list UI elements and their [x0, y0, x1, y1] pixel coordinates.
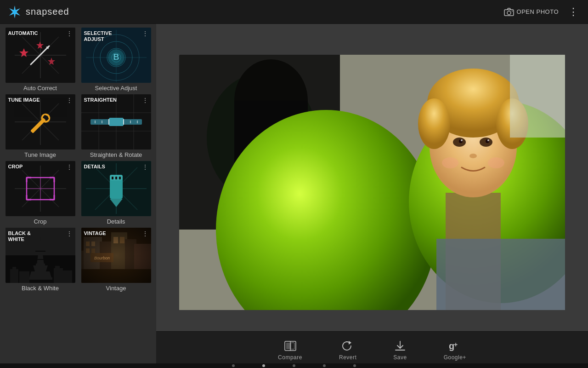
- svg-rect-98: [35, 251, 45, 252]
- svg-marker-96: [29, 271, 51, 277]
- header: snapseed OPEN PHOTO ⋮: [0, 0, 588, 24]
- svg-marker-1: [11, 7, 18, 17]
- app-name: snapseed: [26, 6, 69, 17]
- nav-dot-5[interactable]: [353, 364, 356, 367]
- svg-rect-147: [436, 239, 565, 310]
- crop-title: CROP: [8, 164, 23, 170]
- revert-icon: [341, 339, 354, 352]
- crop-name: Crop: [34, 218, 46, 225]
- tool-auto-correct-card: AUTOMATIC ⋮: [6, 28, 75, 83]
- tool-vintage-card: Bourbon VINTAGE ⋮: [81, 228, 151, 283]
- svg-rect-99: [34, 259, 46, 260]
- tool-vintage[interactable]: Bourbon VINTAGE ⋮ Vintage: [79, 228, 153, 292]
- tool-tune-image[interactable]: TUNE IMAGE ⋮ Tune Image: [4, 94, 77, 158]
- photo-container: [156, 24, 588, 331]
- snapseed-logo-icon: [7, 5, 22, 19]
- tool-crop-card: CROP ⋮: [6, 161, 75, 216]
- nav-dot-1[interactable]: [232, 364, 235, 367]
- tool-auto-correct[interactable]: AUTOMATIC ⋮ Auto Correct: [4, 28, 77, 92]
- revert-label: Revert: [339, 354, 356, 361]
- main-area: Compare Revert Save: [156, 24, 588, 368]
- bw-name: Black & White: [22, 285, 59, 292]
- logo-area: snapseed: [7, 5, 69, 19]
- svg-point-145: [442, 157, 458, 168]
- svg-rect-97: [28, 277, 52, 280]
- svg-rect-151: [291, 343, 294, 349]
- compare-button[interactable]: Compare: [278, 339, 302, 361]
- bottom-toolbar: Compare Revert Save: [156, 331, 588, 368]
- svg-point-4: [512, 11, 513, 12]
- nav-dot-2[interactable]: [262, 364, 265, 367]
- save-label: Save: [393, 354, 407, 361]
- svg-marker-153: [349, 341, 351, 345]
- more-options-icon[interactable]: ⋮: [566, 6, 581, 18]
- tool-selective-adjust-card: B SELECTIVE ADJUST ⋮: [81, 28, 151, 83]
- svg-text:+: +: [454, 341, 458, 348]
- svg-point-136: [418, 98, 450, 149]
- tool-bw-card: BLACK & WHITE ⋮: [6, 228, 75, 283]
- svg-rect-148: [510, 55, 565, 138]
- tool-crop[interactable]: CROP ⋮ Crop: [4, 161, 77, 225]
- tool-black-white[interactable]: BLACK & WHITE ⋮ Black & White: [4, 228, 77, 292]
- svg-rect-100: [10, 269, 18, 283]
- open-photo-button[interactable]: OPEN PHOTO: [504, 8, 559, 16]
- straighten-name: Straighten & Rotate: [90, 151, 142, 158]
- nav-dot-3[interactable]: [293, 364, 295, 367]
- svg-rect-90: [119, 177, 121, 179]
- tool-tune-image-card: TUNE IMAGE ⋮: [6, 94, 75, 150]
- tool-details-card: DETAILS ⋮: [81, 161, 151, 216]
- svg-point-142: [461, 139, 463, 141]
- googleplus-label: Google+: [444, 354, 466, 361]
- tool-selective-adjust[interactable]: B SELECTIVE ADJUST ⋮ Selective Adjust: [79, 28, 153, 92]
- compare-label: Compare: [278, 354, 302, 361]
- svg-rect-105: [55, 266, 60, 268]
- tool-details[interactable]: DETAILS ⋮ Details: [79, 161, 153, 225]
- googleplus-icon: g +: [448, 339, 461, 352]
- nav-dot-4[interactable]: [323, 364, 326, 367]
- revert-button[interactable]: Revert: [339, 339, 356, 361]
- svg-rect-104: [61, 270, 72, 283]
- svg-point-3: [507, 11, 511, 15]
- photo-frame: [179, 55, 565, 310]
- open-photo-label: OPEN PHOTO: [517, 8, 559, 15]
- bw-title: BLACK & WHITE: [8, 230, 31, 242]
- svg-rect-102: [19, 271, 29, 283]
- selective-adjust-title: SELECTIVE ADJUST: [84, 30, 112, 42]
- compare-icon: [284, 339, 297, 352]
- tool-straighten[interactable]: STRAIGHTEN ⋮ Straighten & Rotate: [79, 94, 153, 158]
- svg-point-143: [487, 139, 489, 141]
- svg-marker-95: [33, 265, 48, 271]
- save-button[interactable]: Save: [393, 339, 407, 361]
- svg-rect-49: [109, 118, 124, 126]
- svg-rect-88: [112, 177, 113, 179]
- svg-rect-94: [36, 264, 45, 265]
- header-right: OPEN PHOTO ⋮: [504, 6, 581, 18]
- camera-icon: [504, 8, 514, 16]
- tune-image-name: Tune Image: [24, 151, 56, 158]
- bottom-navigation: [0, 363, 588, 368]
- auto-correct-name: Auto Correct: [23, 85, 57, 92]
- vintage-title: VINTAGE: [84, 230, 106, 236]
- svg-rect-89: [115, 177, 117, 179]
- svg-rect-150: [286, 343, 290, 349]
- photo-svg: [179, 55, 565, 310]
- tune-image-title: TUNE IMAGE: [8, 97, 40, 103]
- svg-point-144: [469, 154, 477, 158]
- save-icon: [394, 339, 407, 352]
- svg-point-146: [488, 157, 504, 168]
- tools-panel: AUTOMATIC ⋮ Auto Correct B: [0, 24, 156, 368]
- selective-adjust-name: Selective Adjust: [95, 85, 137, 92]
- auto-correct-title: AUTOMATIC: [8, 30, 38, 36]
- svg-rect-101: [12, 267, 16, 269]
- straighten-title: STRAIGHTEN: [84, 97, 117, 103]
- details-name: Details: [107, 218, 125, 225]
- googleplus-button[interactable]: g + Google+: [444, 339, 466, 361]
- tool-straighten-card: STRAIGHTEN ⋮: [81, 94, 151, 150]
- details-title: DETAILS: [84, 164, 105, 170]
- vintage-name: Vintage: [106, 285, 126, 292]
